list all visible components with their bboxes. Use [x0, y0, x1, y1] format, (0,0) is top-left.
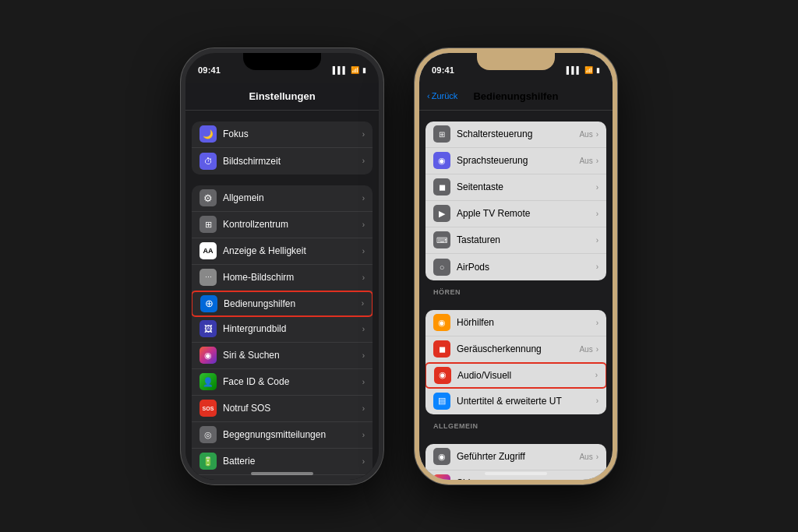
- faceid-chevron: ›: [362, 378, 365, 386]
- item-untertitel[interactable]: ▤ Untertitel & erweiterte UT ›: [425, 388, 606, 414]
- audio-chevron: ›: [595, 371, 598, 379]
- status-time-left: 09:41: [198, 65, 221, 75]
- keyboard-icon: ⌨: [433, 231, 450, 248]
- audio-label: Audio/Visuell: [457, 370, 595, 381]
- siri2-chevron: ›: [596, 479, 598, 480]
- settings-group-r2: ◉ Hörhilfen › ◼ Geräuscherkennung Aus › …: [425, 310, 606, 414]
- item-anzeige[interactable]: AA Anzeige & Helligkeit ›: [192, 238, 373, 265]
- side-icon: ◼: [433, 178, 450, 196]
- nav-bar-left: Einstellungen: [185, 83, 379, 111]
- schalter-chevron: ›: [596, 130, 598, 139]
- back-button-right[interactable]: ‹ Zurück: [427, 91, 457, 100]
- nav-title-right: Bedienungshilfen: [473, 90, 558, 102]
- guided-chevron: ›: [596, 453, 598, 461]
- bedienungshilfen-chevron: ›: [362, 299, 364, 308]
- bedienungshilfen-icon: ⊕: [200, 295, 217, 312]
- faceid-label: Face ID & Code: [223, 376, 362, 387]
- begegnung-icon: ◎: [200, 426, 217, 443]
- home-chevron: ›: [362, 273, 365, 282]
- section-allgemein-header: ALLGEMEIN: [419, 414, 613, 433]
- sprach-chevron: ›: [596, 157, 598, 165]
- battery-icon-left: ▮: [362, 66, 366, 74]
- hearing-label: Hörhilfen: [457, 317, 596, 328]
- hintergrund-icon: 🖼: [200, 320, 217, 337]
- item-airpods[interactable]: ○ AirPods ›: [425, 254, 606, 280]
- schalter-icon: ⊞: [433, 125, 450, 143]
- kontrollzentrum-label: Kontrollzentrum: [223, 219, 362, 230]
- item-fokus[interactable]: 🌙 Fokus ›: [192, 122, 373, 148]
- begegnung-chevron: ›: [362, 431, 365, 439]
- settings-group-1: 🌙 Fokus › ⏱ Bildschirmzeit ›: [192, 122, 373, 174]
- airpods-chevron: ›: [596, 262, 598, 271]
- home-icon: ⋯: [200, 269, 217, 286]
- item-gefuehrt[interactable]: ◉ Geführter Zugriff Aus ›: [425, 444, 606, 470]
- sprach-label: Sprachsteuerung: [457, 155, 579, 166]
- status-time-right: 09:41: [432, 65, 454, 75]
- item-hoerhilfen[interactable]: ◉ Hörhilfen ›: [425, 310, 606, 336]
- nav-title-left: Einstellungen: [249, 90, 315, 102]
- schalter-value: Aus: [579, 130, 592, 139]
- noise-label: Geräuscherkennung: [457, 344, 579, 354]
- item-bedienungshilfen[interactable]: ⊕ Bedienungshilfen ›: [192, 291, 373, 317]
- notruf-chevron: ›: [362, 404, 365, 413]
- sprach-value: Aus: [579, 157, 592, 165]
- item-notruf[interactable]: SOS Notruf SOS ›: [192, 396, 373, 422]
- hintergrund-label: Hintergrundbild: [223, 323, 362, 334]
- notruf-label: Notruf SOS: [223, 403, 362, 414]
- begegnung-label: Begegnungsmitteilungen: [223, 429, 362, 440]
- item-allgemein[interactable]: ⚙ Allgemein ›: [192, 185, 373, 212]
- hearing-icon: ◉: [433, 314, 450, 331]
- settings-group-r1: ⊞ Schaltersteuerung Aus › ◉ Sprachsteuer…: [425, 122, 606, 280]
- item-seitentaste[interactable]: ◼ Seitentaste ›: [425, 174, 606, 201]
- section-hoeren-header: HÖREN: [419, 280, 613, 299]
- item-tvremote[interactable]: ▶ Apple TV Remote ›: [425, 201, 606, 227]
- item-siri[interactable]: ◉ Siri & Suchen ›: [192, 343, 373, 369]
- item-kontrollzentrum[interactable]: ⊞ Kontrollzentrum ›: [192, 212, 373, 238]
- status-icons-left: ▌▌▌ 📶 ▮: [333, 66, 366, 74]
- fokus-icon: 🌙: [200, 125, 217, 143]
- item-datenschutz[interactable]: ✋ Datenschutz ›: [192, 475, 373, 480]
- notch-right: [477, 53, 555, 70]
- screen-right: ⊞ Schaltersteuerung Aus › ◉ Sprachsteuer…: [419, 111, 613, 480]
- wifi-icon-left: 📶: [351, 66, 359, 74]
- item-audio[interactable]: ◉ Audio/Visuell ›: [425, 362, 606, 389]
- home-indicator-left: [251, 472, 313, 475]
- schalter-label: Schaltersteuerung: [457, 129, 579, 139]
- item-bildschirmzeit[interactable]: ⏱ Bildschirmzeit ›: [192, 148, 373, 174]
- kontrollzentrum-chevron: ›: [362, 220, 365, 229]
- siri2-label: Siri: [457, 477, 596, 480]
- siri-label: Siri & Suchen: [223, 350, 362, 361]
- item-batterie[interactable]: 🔋 Batterie ›: [192, 449, 373, 475]
- item-begegnung[interactable]: ◎ Begegnungsmitteilungen ›: [192, 422, 373, 449]
- item-home[interactable]: ⋯ Home-Bildschirm ›: [192, 265, 373, 291]
- item-hintergrund[interactable]: 🖼 Hintergrundbild ›: [192, 316, 373, 343]
- fokus-chevron: ›: [362, 130, 365, 139]
- faceid-icon: 👤: [200, 373, 217, 390]
- notruf-icon: SOS: [200, 400, 217, 417]
- batterie-icon: 🔋: [200, 453, 217, 470]
- keyboard-chevron: ›: [596, 236, 598, 245]
- airpods-icon: ○: [433, 259, 450, 276]
- side-label: Seitentaste: [457, 181, 596, 192]
- subtitle-label: Untertitel & erweiterte UT: [457, 396, 596, 407]
- home-label: Home-Bildschirm: [223, 272, 362, 283]
- settings-group-2: ⚙ Allgemein › ⊞ Kontrollzentrum › AA Anz…: [192, 185, 373, 480]
- batterie-chevron: ›: [362, 457, 365, 466]
- item-tastaturen[interactable]: ⌨ Tastaturen ›: [425, 227, 606, 254]
- item-geraeusch[interactable]: ◼ Geräuscherkennung Aus ›: [425, 336, 606, 363]
- airpods-label: AirPods: [457, 262, 596, 273]
- guided-value: Aus: [579, 453, 592, 461]
- bildschirmzeit-icon: ⏱: [200, 153, 217, 170]
- keyboard-label: Tastaturen: [457, 234, 596, 245]
- side-chevron: ›: [596, 183, 598, 192]
- allgemein-icon: ⚙: [200, 189, 217, 206]
- wifi-icon-right: 📶: [584, 66, 593, 74]
- item-schalter[interactable]: ⊞ Schaltersteuerung Aus ›: [425, 122, 606, 148]
- battery-icon-right: ▮: [596, 66, 600, 74]
- item-faceid[interactable]: 👤 Face ID & Code ›: [192, 369, 373, 396]
- hintergrund-chevron: ›: [362, 325, 365, 333]
- item-sprachsteuerung[interactable]: ◉ Sprachsteuerung Aus ›: [425, 148, 606, 174]
- notch-left: [243, 53, 321, 70]
- allgemein-label: Allgemein: [223, 192, 362, 203]
- back-chevron: ‹: [427, 91, 430, 100]
